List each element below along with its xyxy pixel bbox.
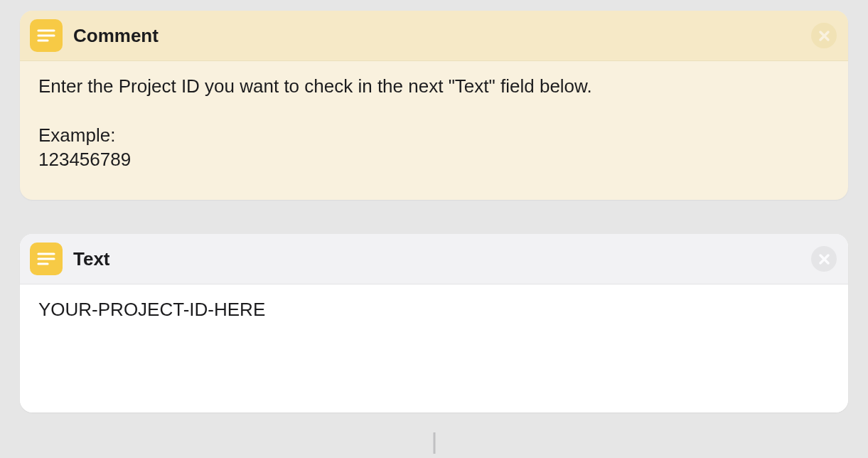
- close-icon: [818, 30, 830, 42]
- close-text-button[interactable]: [811, 246, 837, 272]
- close-icon: [818, 253, 830, 265]
- comment-text: Enter the Project ID you want to check i…: [38, 74, 830, 171]
- comment-icon: [30, 19, 63, 52]
- comment-action-card[interactable]: Comment Enter the Project ID you want to…: [20, 11, 848, 200]
- text-action-card[interactable]: Text YOUR-PROJECT-ID-HERE: [20, 234, 848, 412]
- close-comment-button[interactable]: [811, 23, 837, 48]
- text-icon: [30, 243, 63, 275]
- text-card-header: Text: [20, 234, 848, 284]
- text-value[interactable]: YOUR-PROJECT-ID-HERE: [38, 297, 830, 321]
- text-body[interactable]: YOUR-PROJECT-ID-HERE: [20, 284, 848, 412]
- comment-body[interactable]: Enter the Project ID you want to check i…: [20, 61, 848, 200]
- comment-card-header: Comment: [20, 11, 848, 61]
- flow-connector: [433, 432, 435, 454]
- comment-title: Comment: [73, 25, 159, 47]
- text-title: Text: [73, 248, 110, 270]
